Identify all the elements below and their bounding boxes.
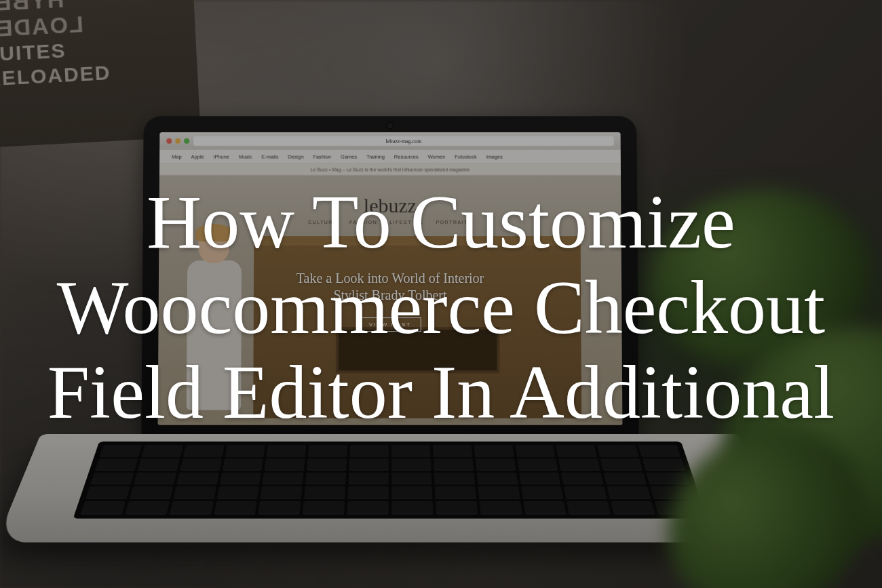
image-stage: HYBER LOADED SUITES RELOADED lebuzz-mag.…	[0, 0, 882, 588]
overlay-title: How To Customize Woocommerce Checkout Fi…	[0, 0, 882, 588]
overlay-title-text: How To Customize Woocommerce Checkout Fi…	[41, 180, 841, 435]
